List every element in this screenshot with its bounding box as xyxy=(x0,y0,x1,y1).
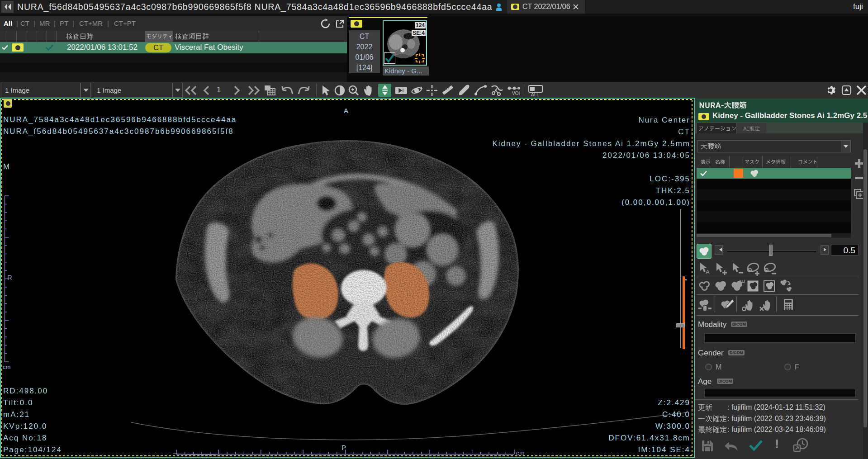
svg-text:cm: cm xyxy=(3,364,10,370)
svg-text:ALL: ALL xyxy=(739,279,745,284)
svg-text:VOI: VOI xyxy=(512,91,520,96)
svg-text:A: A xyxy=(706,269,710,275)
svg-text:ALL: ALL xyxy=(531,92,539,97)
